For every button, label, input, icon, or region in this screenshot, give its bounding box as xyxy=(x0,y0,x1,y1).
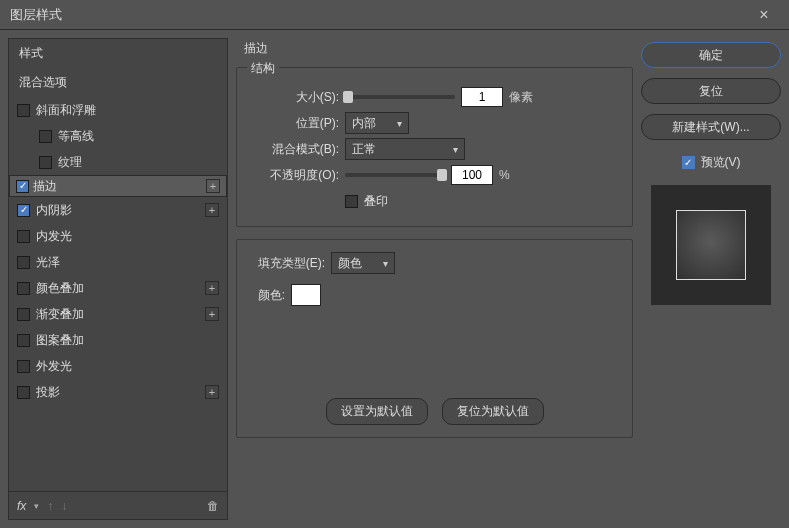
action-panel: 确定 复位 新建样式(W)... 预览(V) xyxy=(641,38,781,520)
trash-icon[interactable]: 🗑 xyxy=(207,499,219,513)
style-label: 内发光 xyxy=(36,228,219,245)
blend-options-header[interactable]: 混合选项 xyxy=(9,68,227,97)
overprint-label: 叠印 xyxy=(364,193,388,210)
plus-icon[interactable]: + xyxy=(205,281,219,295)
style-label: 图案叠加 xyxy=(36,332,219,349)
panel-title: 描边 xyxy=(236,38,633,57)
color-swatch[interactable] xyxy=(291,284,321,306)
style-item[interactable]: 投影+ xyxy=(9,379,227,405)
opacity-unit: % xyxy=(499,168,510,182)
blendmode-select[interactable]: 正常▾ xyxy=(345,138,465,160)
style-checkbox[interactable] xyxy=(16,180,29,193)
plus-icon[interactable]: + xyxy=(206,179,220,193)
styles-footer: fx ▾ ↑ ↓ 🗑 xyxy=(9,491,227,519)
style-checkbox[interactable] xyxy=(17,308,30,321)
style-item[interactable]: 斜面和浮雕 xyxy=(9,97,227,123)
style-item[interactable]: 光泽 xyxy=(9,249,227,275)
arrow-down-icon[interactable]: ↓ xyxy=(61,499,67,513)
fx-icon[interactable]: fx xyxy=(17,499,26,513)
style-label: 等高线 xyxy=(58,128,219,145)
styles-header[interactable]: 样式 xyxy=(9,39,227,68)
opacity-label: 不透明度(O): xyxy=(249,167,339,184)
style-checkbox[interactable] xyxy=(17,360,30,373)
cancel-button[interactable]: 复位 xyxy=(641,78,781,104)
opacity-input[interactable]: 100 xyxy=(451,165,493,185)
settings-panel: 描边 结构 大小(S): 1 像素 位置(P): 内部▾ 混合模式(B): 正常… xyxy=(236,38,633,520)
style-item[interactable]: 内阴影+ xyxy=(9,197,227,223)
style-label: 描边 xyxy=(33,178,202,195)
window-title: 图层样式 xyxy=(10,6,749,24)
style-checkbox[interactable] xyxy=(17,282,30,295)
styles-panel: 样式 混合选项 斜面和浮雕等高线纹理描边+内阴影+内发光光泽颜色叠加+渐变叠加+… xyxy=(8,38,228,520)
style-item[interactable]: 渐变叠加+ xyxy=(9,301,227,327)
plus-icon[interactable]: + xyxy=(205,203,219,217)
preview-checkbox[interactable] xyxy=(682,156,695,169)
size-label: 大小(S): xyxy=(249,89,339,106)
size-unit: 像素 xyxy=(509,89,533,106)
color-label: 颜色: xyxy=(249,287,285,304)
preview-row[interactable]: 预览(V) xyxy=(641,154,781,171)
close-icon[interactable]: × xyxy=(749,0,779,30)
style-label: 光泽 xyxy=(36,254,219,271)
structure-group-label: 结构 xyxy=(247,60,279,77)
style-label: 投影 xyxy=(36,384,199,401)
position-select[interactable]: 内部▾ xyxy=(345,112,409,134)
plus-icon[interactable]: + xyxy=(205,385,219,399)
reset-default-button[interactable]: 复位为默认值 xyxy=(442,398,544,425)
style-item[interactable]: 纹理 xyxy=(9,149,227,175)
style-label: 纹理 xyxy=(58,154,219,171)
fill-group: 填充类型(E): 颜色▾ 颜色: 设置为默认值 复位为默认值 xyxy=(236,239,633,438)
style-checkbox[interactable] xyxy=(39,156,52,169)
plus-icon[interactable]: + xyxy=(205,307,219,321)
new-style-button[interactable]: 新建样式(W)... xyxy=(641,114,781,140)
titlebar: 图层样式 × xyxy=(0,0,789,30)
structure-group: 结构 大小(S): 1 像素 位置(P): 内部▾ 混合模式(B): 正常▾ 不… xyxy=(236,67,633,227)
style-item[interactable]: 内发光 xyxy=(9,223,227,249)
style-item[interactable]: 外发光 xyxy=(9,353,227,379)
position-label: 位置(P): xyxy=(249,115,339,132)
size-input[interactable]: 1 xyxy=(461,87,503,107)
style-item[interactable]: 图案叠加 xyxy=(9,327,227,353)
chevron-down-icon: ▾ xyxy=(453,144,458,155)
fx-caret-icon[interactable]: ▾ xyxy=(34,501,39,511)
style-label: 渐变叠加 xyxy=(36,306,199,323)
filltype-label: 填充类型(E): xyxy=(249,255,325,272)
style-checkbox[interactable] xyxy=(17,204,30,217)
ok-button[interactable]: 确定 xyxy=(641,42,781,68)
style-item[interactable]: 颜色叠加+ xyxy=(9,275,227,301)
dialog-body: 样式 混合选项 斜面和浮雕等高线纹理描边+内阴影+内发光光泽颜色叠加+渐变叠加+… xyxy=(0,30,789,528)
style-checkbox[interactable] xyxy=(17,386,30,399)
style-checkbox[interactable] xyxy=(17,230,30,243)
style-label: 外发光 xyxy=(36,358,219,375)
style-checkbox[interactable] xyxy=(17,256,30,269)
preview-box xyxy=(651,185,771,305)
style-label: 斜面和浮雕 xyxy=(36,102,219,119)
preview-label: 预览(V) xyxy=(701,154,741,171)
arrow-up-icon[interactable]: ↑ xyxy=(47,499,53,513)
size-slider[interactable] xyxy=(345,95,455,99)
style-label: 内阴影 xyxy=(36,202,199,219)
style-item[interactable]: 描边+ xyxy=(9,175,227,197)
styles-list: 样式 混合选项 斜面和浮雕等高线纹理描边+内阴影+内发光光泽颜色叠加+渐变叠加+… xyxy=(9,39,227,491)
make-default-button[interactable]: 设置为默认值 xyxy=(326,398,428,425)
preview-thumbnail xyxy=(676,210,746,280)
overprint-checkbox[interactable] xyxy=(345,195,358,208)
chevron-down-icon: ▾ xyxy=(397,118,402,129)
filltype-select[interactable]: 颜色▾ xyxy=(331,252,395,274)
opacity-slider[interactable] xyxy=(345,173,445,177)
chevron-down-icon: ▾ xyxy=(383,258,388,269)
style-checkbox[interactable] xyxy=(39,130,52,143)
style-checkbox[interactable] xyxy=(17,334,30,347)
style-checkbox[interactable] xyxy=(17,104,30,117)
style-item[interactable]: 等高线 xyxy=(9,123,227,149)
style-label: 颜色叠加 xyxy=(36,280,199,297)
blendmode-label: 混合模式(B): xyxy=(249,141,339,158)
